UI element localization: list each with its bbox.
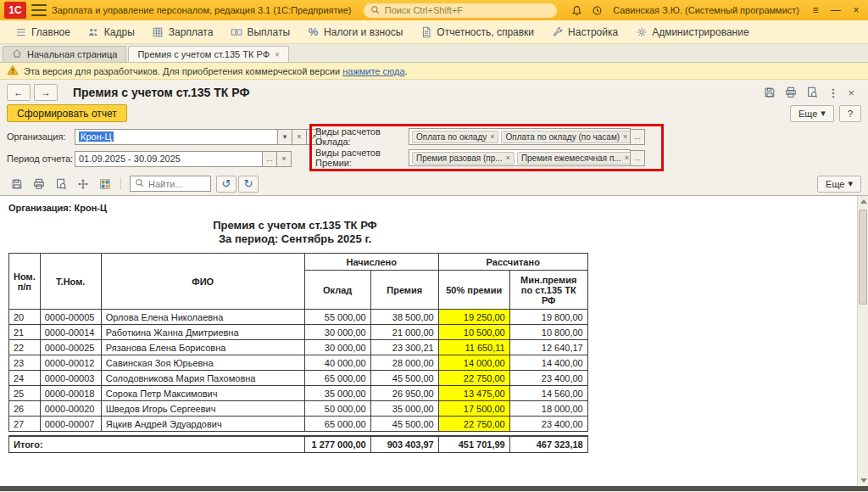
window-close-icon[interactable]: ×: [849, 4, 864, 16]
period-input[interactable]: 01.09.2025 - 30.09.2025: [75, 151, 263, 167]
save-result-icon[interactable]: [7, 176, 27, 193]
calculation-kinds-group: Виды расчетов Оклада: Оплата по окладу ×…: [315, 127, 645, 170]
help-button[interactable]: ?: [839, 105, 861, 122]
wrench-icon: [551, 25, 564, 38]
more-button-toolbar[interactable]: Еще ▾: [817, 176, 861, 193]
total-bonus: 903 403,97: [370, 436, 438, 453]
report-filters: Организация: Крон-Ц ▾ × ↗ Период отчета:…: [0, 125, 868, 172]
tag-item[interactable]: Оплата по окладу (по часам) ×: [501, 131, 631, 143]
print-result-icon[interactable]: [29, 176, 49, 193]
cell-half-bonus: 22 750,00: [438, 371, 509, 386]
period-select-button[interactable]: ...: [263, 151, 277, 167]
tab-report[interactable]: Премия с учетом ст.135 ТК РФ ×: [128, 46, 288, 62]
current-user[interactable]: Савинская З.Ю. (Системный программист): [613, 5, 799, 15]
refresh-button[interactable]: ↻: [238, 176, 259, 193]
global-search-input[interactable]: Поиск Ctrl+Shift+F: [364, 3, 557, 18]
service-menu-icon[interactable]: ≡: [808, 4, 823, 16]
cell-tnum: 0000-00020: [40, 401, 101, 417]
cell-half-bonus: 22 750,00: [438, 417, 509, 432]
tab-home[interactable]: Начальная страница: [3, 46, 126, 62]
cell-min-bonus: 10 800,00: [509, 325, 587, 340]
close-form-icon[interactable]: ×: [848, 87, 854, 99]
print-preview-icon[interactable]: [51, 176, 71, 193]
organization-label: Организация:: [7, 131, 75, 142]
main-menu-icon[interactable]: [31, 4, 47, 16]
table-row[interactable]: 21 0000-00014 Работкина Жанна Дмитриевна…: [9, 325, 588, 340]
cell-bonus: 23 300,21: [370, 340, 438, 355]
save-icon[interactable]: [764, 87, 776, 98]
report-table: Ном. п/п Т.Ном. ФИО Начислено Рассчитано…: [8, 253, 588, 453]
find-input[interactable]: Найти...: [130, 176, 211, 192]
cell-fio: Рязанова Елена Борисовна: [101, 340, 304, 355]
tag-label: Премия разовая (пр...: [416, 154, 503, 163]
table-row[interactable]: 23 0000-00012 Савинская Зоя Юрьевна 40 0…: [9, 355, 588, 371]
organization-input[interactable]: Крон-Ц: [75, 129, 278, 145]
generate-report-button[interactable]: Сформировать отчет: [7, 104, 127, 122]
remove-tag-icon[interactable]: ×: [490, 132, 494, 141]
print-icon[interactable]: [785, 87, 797, 98]
organization-clear-button[interactable]: ×: [292, 129, 307, 145]
cell-min-bonus: 14 560,00: [509, 386, 587, 401]
table-row[interactable]: 27 0000-00007 Яцкив Андрей Эдуардович 65…: [9, 417, 588, 432]
table-row[interactable]: 22 0000-00025 Рязанова Елена Борисовна 3…: [9, 340, 588, 355]
bottom-bar: [0, 486, 868, 491]
table-row[interactable]: 24 0000-00003 Солодовникова Мария Пахомо…: [9, 371, 588, 386]
open-windows-tabbar: Начальная страница Премия с учетом ст.13…: [0, 44, 868, 63]
scrollbar-thumb[interactable]: [859, 210, 867, 305]
search-icon: [370, 5, 380, 16]
total-min-bonus: 467 323,18: [509, 436, 587, 453]
menu-item-administrirovanie[interactable]: Администрирование: [627, 23, 756, 42]
bonus-kinds-label: Виды расчетов Премии:: [315, 148, 409, 168]
auto-refresh-button[interactable]: ↺: [216, 176, 236, 193]
tag-item[interactable]: Оплата по окладу ×: [412, 131, 498, 143]
bonus-kinds-select-button[interactable]: ...: [631, 150, 645, 166]
menu-item-otchetnost[interactable]: Отчетность, справки: [412, 23, 542, 42]
report-settings-icon[interactable]: [95, 176, 115, 193]
cell-min-bonus: 23 400,00: [509, 417, 587, 432]
cell-num: 26: [9, 401, 41, 417]
tag-item[interactable]: Премия ежемесячная п... ×: [517, 152, 631, 165]
forward-button[interactable]: →: [34, 84, 58, 101]
col-group-calculated: Рассчитано: [438, 254, 587, 271]
chevron-down-icon: ▾: [821, 108, 826, 119]
buy-version-link[interactable]: нажмите сюда: [342, 66, 404, 76]
back-button[interactable]: ←: [7, 84, 31, 101]
refresh-alt-icon: ↻: [244, 177, 253, 190]
tag-item[interactable]: Премия разовая (пр... ×: [412, 152, 515, 165]
salary-kinds-select-button[interactable]: ...: [631, 129, 645, 145]
tab-close-icon[interactable]: ×: [275, 50, 280, 59]
notifications-bell-icon[interactable]: [569, 3, 584, 18]
table-row[interactable]: 25 0000-00018 Сорока Петр Максимович 35 …: [9, 386, 588, 401]
cell-salary: 40 000,00: [304, 355, 370, 371]
history-icon[interactable]: [589, 3, 604, 18]
scroll-up-icon[interactable]: [858, 196, 868, 207]
table-row[interactable]: 20 0000-00005 Орлова Елена Николаевна 55…: [9, 310, 588, 325]
cell-salary: 65 000,00: [304, 417, 370, 432]
remove-tag-icon[interactable]: ×: [625, 154, 629, 162]
scroll-down-icon[interactable]: [858, 475, 868, 486]
remove-tag-icon[interactable]: ×: [623, 132, 627, 141]
menu-item-kadry[interactable]: Кадры: [80, 23, 142, 42]
organization-dropdown-button[interactable]: ▾: [278, 129, 292, 145]
cell-bonus: 35 000,00: [370, 401, 438, 417]
preview-icon[interactable]: [806, 87, 818, 98]
bonus-kinds-field[interactable]: Премия разовая (пр... × Премия ежемесячн…: [409, 149, 631, 166]
period-clear-button[interactable]: ×: [277, 151, 292, 167]
minimize-icon[interactable]: —: [828, 4, 843, 16]
table-row[interactable]: 26 0000-00020 Шведов Игорь Сергеевич 50 …: [9, 401, 588, 417]
menu-item-zarplata[interactable]: Зарплата: [144, 23, 221, 42]
menu-item-main[interactable]: Главное: [7, 23, 78, 42]
report-result-view: Организация: Крон-Ц Премия с учетом ст.1…: [0, 195, 868, 486]
find-placeholder: Найти...: [148, 179, 183, 189]
cell-tnum: 0000-00007: [40, 417, 101, 432]
menu-item-nastroyka[interactable]: Настройка: [543, 23, 626, 42]
salary-kinds-field[interactable]: Оплата по окладу × Оплата по окладу (по …: [409, 128, 631, 145]
vertical-scrollbar[interactable]: [857, 196, 868, 486]
cell-tnum: 0000-00005: [40, 310, 101, 325]
more-button-top[interactable]: Еще ▾: [790, 105, 834, 122]
menu-item-nalogi[interactable]: % Налоги и взносы: [299, 23, 410, 42]
move-icon[interactable]: [73, 176, 93, 193]
menu-item-vyplaty[interactable]: Выплаты: [222, 23, 298, 42]
remove-tag-icon[interactable]: ×: [506, 154, 510, 162]
kebab-menu-icon[interactable]: ⋮: [827, 87, 838, 99]
